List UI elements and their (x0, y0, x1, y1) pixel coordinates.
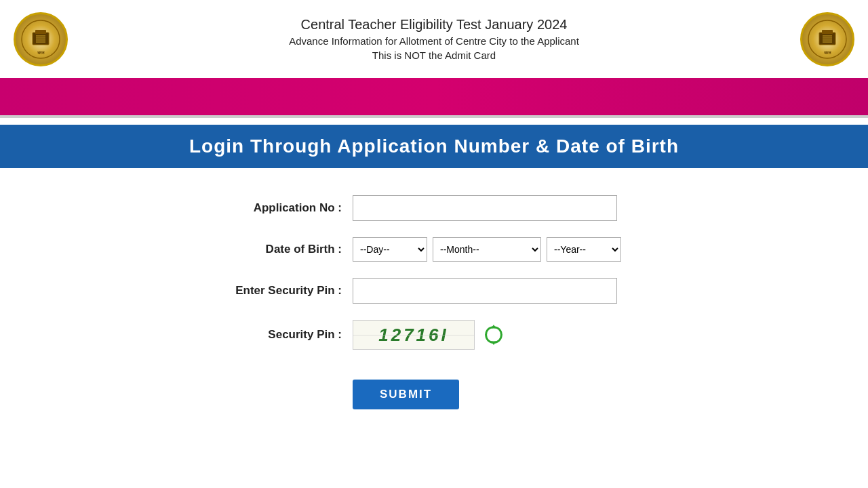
date-of-birth-label: Date of Birth : (197, 243, 353, 256)
security-pin-input-wrapper (353, 278, 671, 304)
captcha-value: 12716I (378, 325, 449, 346)
enter-security-pin-label: Enter Security Pin : (197, 284, 353, 298)
application-no-row: Application No : (197, 195, 671, 221)
dob-selects-wrapper: --Day-- 0102030405 0607080910 1112131415… (353, 237, 671, 262)
date-of-birth-row: Date of Birth : --Day-- 0102030405 06070… (197, 237, 671, 262)
gray-separator (0, 115, 868, 118)
logo-left: भारत (14, 12, 68, 66)
submit-row: SUBMIT (197, 380, 671, 409)
svg-text:भारत: भारत (37, 51, 45, 55)
captcha-box: 12716I (353, 320, 475, 350)
svg-rect-9 (819, 33, 835, 45)
refresh-captcha-button[interactable] (481, 323, 506, 347)
security-pin-input[interactable] (353, 278, 617, 304)
day-select[interactable]: --Day-- 0102030405 0607080910 1112131415… (353, 237, 427, 262)
security-pin-display-label: Security Pin : (197, 328, 353, 342)
year-select[interactable]: --Year-- 1980198119821983 19841985198619… (547, 237, 621, 262)
svg-rect-10 (822, 30, 833, 34)
svg-text:भारत: भारत (824, 51, 831, 55)
header-subtitle: Advance Information for Allotment of Cen… (289, 35, 579, 47)
pink-banner (0, 78, 868, 115)
page-header: भारत Central Teacher Eligibility Test Ja… (0, 0, 868, 78)
header-text-block: Central Teacher Eligibility Test January… (289, 17, 579, 61)
security-pin-display: 12716I (353, 320, 671, 350)
svg-rect-2 (35, 30, 46, 34)
header-title: Central Teacher Eligibility Test January… (289, 17, 579, 33)
login-title: Login Through Application Number & Date … (14, 136, 854, 157)
blue-title-banner: Login Through Application Number & Date … (0, 125, 868, 168)
enter-security-pin-row: Enter Security Pin : (197, 278, 671, 304)
header-notice: This is NOT the Admit Card (289, 49, 579, 61)
logo-right: भारत (800, 12, 854, 66)
application-no-input-wrapper (353, 195, 671, 221)
svg-rect-1 (33, 33, 49, 45)
month-select[interactable]: --Month-- JanuaryFebruaryMarch AprilMayJ… (433, 237, 541, 262)
submit-button[interactable]: SUBMIT (353, 380, 459, 409)
security-pin-captcha-wrapper: 12716I (353, 320, 671, 350)
application-no-label: Application No : (197, 201, 353, 215)
application-no-input[interactable] (353, 195, 617, 221)
security-pin-display-row: Security Pin : 12716I (197, 320, 671, 350)
login-form: Application No : Date of Birth : --Day--… (0, 168, 868, 423)
